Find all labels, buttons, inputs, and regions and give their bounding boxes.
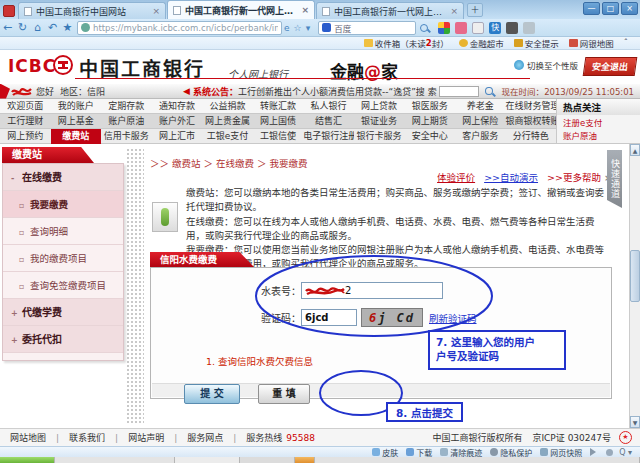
- nav-item[interactable]: 我的账户: [51, 99, 102, 114]
- footer-link[interactable]: 网站地图: [10, 431, 59, 444]
- security-tips-link[interactable]: 安全提示: [514, 37, 559, 49]
- taskbar-start-segment[interactable]: [0, 457, 55, 463]
- nav-item[interactable]: 电子银行注册: [303, 129, 354, 144]
- nav-item[interactable]: 安全中心: [404, 129, 455, 144]
- sidebar-item[interactable]: +委托代扣: [3, 326, 123, 353]
- hot-topic-link[interactable]: 注册e支付: [557, 115, 640, 128]
- nav-item[interactable]: 网上贵金属: [202, 114, 253, 129]
- app-market-icon[interactable]: [438, 22, 450, 34]
- speed-mode-icon[interactable]: 快: [489, 22, 501, 34]
- taskbar-item[interactable]: [315, 457, 640, 463]
- taskbar-item[interactable]: [55, 457, 175, 463]
- search-icon[interactable]: [420, 24, 428, 32]
- tab-close-icon[interactable]: ×: [152, 6, 160, 16]
- window-control-button[interactable]: —: [583, 2, 600, 15]
- url-dropdown-icon[interactable]: ▾: [306, 23, 311, 33]
- finance-market-link[interactable]: 金融超市: [459, 37, 504, 49]
- browser-tab[interactable]: 中国工商银行新一代网上银行 ×: [316, 2, 464, 19]
- experience-eval-link[interactable]: 体验评价: [437, 172, 475, 183]
- nav-item[interactable]: 欢迎页面: [0, 99, 51, 114]
- tools-wrench-icon[interactable]: [523, 22, 535, 34]
- home-icon[interactable]: ⌂: [30, 21, 45, 34]
- nav-item[interactable]: 网上汇市: [152, 129, 203, 144]
- nav-item[interactable]: 定期存款: [101, 99, 152, 114]
- tab-close-icon[interactable]: ×: [301, 5, 309, 15]
- auto-demo-link[interactable]: >>自动演示: [484, 172, 538, 183]
- ie-compat-icon[interactable]: e: [284, 23, 290, 33]
- nav-item[interactable]: 分行特色: [505, 129, 556, 144]
- download-button[interactable]: 下载: [406, 447, 432, 458]
- taskbar-item[interactable]: [240, 457, 295, 463]
- extensions-icon[interactable]: [506, 22, 518, 34]
- tab-close-icon[interactable]: ×: [450, 6, 458, 16]
- nav-item[interactable]: 网上预约: [0, 129, 51, 144]
- zoom-control-icon[interactable]: Q ▾: [619, 448, 632, 457]
- nav-item[interactable]: 银行卡服务: [354, 129, 405, 144]
- nav-item[interactable]: 账户原油: [101, 114, 152, 129]
- undo-icon[interactable]: ↶: [45, 21, 60, 34]
- switch-version-link[interactable]: 切换至个性版: [514, 59, 578, 71]
- footer-link[interactable]: 网站声明: [128, 431, 177, 444]
- inbox-link[interactable]: 收件箱（未读2封）: [364, 37, 449, 49]
- sidebar-item[interactable]: ▫我要缴费: [3, 191, 123, 218]
- browser-tab[interactable]: 中国工商银行新一代网上银行 ×: [167, 0, 315, 19]
- nav-item[interactable]: 私人银行: [303, 99, 354, 114]
- taskbar-item[interactable]: [175, 457, 240, 463]
- clear-traces-button[interactable]: 清除痕迹: [440, 447, 482, 458]
- os-taskbar[interactable]: [0, 457, 640, 463]
- mail-icon[interactable]: [472, 22, 484, 34]
- footer-link[interactable]: 服务网点: [187, 431, 236, 444]
- window-control-button[interactable]: ×: [621, 2, 638, 15]
- scroll-down-icon[interactable]: ▼: [630, 416, 640, 428]
- hot-topic-link[interactable]: 账户原油: [557, 128, 640, 141]
- submit-button[interactable]: 提 交: [184, 384, 240, 404]
- sidebar-item[interactable]: +代缴学费: [3, 299, 123, 326]
- nav-item[interactable]: 养老金: [455, 99, 506, 114]
- nav-item[interactable]: 网上贷款: [354, 99, 405, 114]
- nav-item[interactable]: 银商银权转账: [505, 114, 556, 129]
- sidebar-item[interactable]: ▫查询免签缴费项目: [3, 272, 123, 299]
- sidebar-item[interactable]: ▫查询明细: [3, 218, 123, 245]
- nav-item[interactable]: 账户外汇: [152, 114, 203, 129]
- favorites-manager-icon[interactable]: [455, 22, 467, 34]
- bookmark-star-icon[interactable]: ☆: [294, 23, 302, 33]
- page-scrollbar[interactable]: ▲ ▼: [629, 144, 640, 428]
- new-tab-button[interactable]: ＋: [467, 3, 483, 17]
- account-icon[interactable]: [606, 449, 613, 456]
- nav-item[interactable]: 结售汇: [303, 114, 354, 129]
- taskbar-item[interactable]: [295, 457, 315, 463]
- nav-item[interactable]: 网上基金: [51, 114, 102, 129]
- browser-tab[interactable]: 中国工商银行中国网站 ×: [18, 2, 166, 19]
- scroll-up-icon[interactable]: ▲: [630, 144, 640, 156]
- nav-item[interactable]: 客户服务: [455, 129, 506, 144]
- nav-item[interactable]: 通知存款: [152, 99, 203, 114]
- announcement-text[interactable]: 工行创新推出个人小额消费信用贷款--“逸贷”: [238, 85, 416, 98]
- meter-number-input[interactable]: 2: [301, 282, 443, 299]
- refresh-icon[interactable]: ↻: [15, 21, 30, 34]
- bank-map-link[interactable]: 网银地图: [569, 37, 614, 49]
- sidebar-item[interactable]: -在线缴费: [3, 164, 123, 191]
- window-control-button[interactable]: □: [602, 2, 619, 15]
- more-help-link[interactable]: >>更多帮助: [547, 172, 601, 183]
- refresh-captcha-link[interactable]: 刷新验证码: [429, 311, 477, 325]
- nav-item[interactable]: 缴费站: [51, 129, 102, 144]
- nav-item[interactable]: 转账汇款: [253, 99, 304, 114]
- scrollbar-thumb[interactable]: [630, 250, 640, 302]
- nav-item[interactable]: 工银信使: [253, 129, 304, 144]
- nav-item[interactable]: 银证业务: [354, 114, 405, 129]
- sidebar-item[interactable]: ▫我的缴费项目: [3, 245, 123, 272]
- collapse-bar-icon[interactable]: ˆ: [624, 38, 628, 48]
- quick-channel-tab[interactable]: 快速通道: [607, 150, 622, 208]
- captcha-image[interactable]: 6j Cd: [361, 308, 423, 327]
- captcha-input[interactable]: 6jcd: [301, 309, 357, 326]
- logout-button[interactable]: 安全退出: [583, 57, 638, 76]
- nav-item[interactable]: 网上期货: [404, 114, 455, 129]
- breadcrumb[interactable]: ＞＞ 缴费站 ＞ 在线缴费 ＞ 我要缴费: [150, 156, 308, 170]
- site-search-input[interactable]: [439, 86, 480, 97]
- site-search-icon[interactable]: [485, 87, 492, 95]
- privacy-button[interactable]: 隐私保护: [490, 447, 532, 458]
- back-icon[interactable]: ←: [0, 21, 15, 34]
- nav-item[interactable]: 工行理财: [0, 114, 51, 129]
- nav-item[interactable]: 银医服务: [404, 99, 455, 114]
- footer-link[interactable]: 联系我们: [69, 431, 118, 444]
